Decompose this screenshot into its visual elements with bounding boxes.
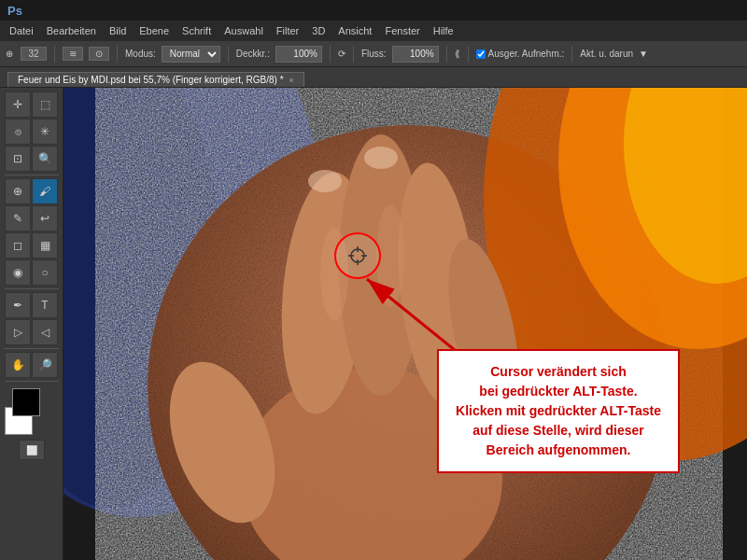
eraser-tool[interactable]: ◻: [5, 232, 31, 259]
brush-tool[interactable]: 🖌: [32, 178, 58, 204]
menu-ansicht[interactable]: Ansicht: [332, 23, 377, 38]
ausger-checkbox-label[interactable]: Ausger. Aufnehm.:: [476, 49, 565, 59]
svg-point-16: [364, 147, 398, 169]
mode-label: Modus:: [125, 49, 156, 59]
menu-datei[interactable]: Datei: [4, 23, 39, 38]
menu-auswahl[interactable]: Auswahl: [218, 23, 269, 38]
brush-icon: 🖌: [39, 185, 50, 198]
color-swatch-area: [5, 388, 59, 435]
eraser-icon: ◻: [13, 239, 22, 252]
blur-tool[interactable]: ◉: [5, 259, 31, 286]
heal-tool[interactable]: ⊕: [5, 178, 31, 204]
tool-sep-3: [5, 348, 59, 349]
opacity-label: Deckkr.:: [236, 49, 270, 59]
flow-input[interactable]: [392, 46, 439, 63]
direct-select-tool[interactable]: ◁: [32, 319, 58, 345]
gradient-tool[interactable]: ▦: [32, 232, 58, 259]
tab-close-button[interactable]: ×: [289, 76, 294, 85]
tool-row-4: ⊕ 🖌: [5, 178, 58, 204]
tool-row-3: ⊡ 🔍: [5, 146, 58, 172]
pen-tool[interactable]: ✒: [5, 292, 31, 318]
history-brush-tool[interactable]: ↩: [32, 205, 58, 231]
eyedropper-icon: 🔍: [38, 152, 52, 165]
menu-hilfe[interactable]: Hilfe: [428, 23, 459, 38]
hand-tool[interactable]: ✋: [5, 352, 31, 378]
heal-icon: ⊕: [13, 185, 22, 198]
akt-label: Akt. u. darun: [580, 49, 633, 59]
lasso-tool[interactable]: ⌾: [5, 119, 31, 145]
text-tool[interactable]: T: [32, 292, 58, 318]
tool-row-8: ✒ T: [5, 292, 58, 318]
tab-title: Feuer und Eis by MDI.psd bei 55,7% (Fing…: [18, 75, 284, 85]
crop-icon: ⊡: [13, 152, 22, 165]
canvas-area: Cursor verändert sich bei gedrückter ALT…: [63, 88, 747, 560]
direct-select-icon: ◁: [41, 326, 49, 339]
toolbox: ✛ ⬚ ⌾ ✳ ⊡ 🔍 ⊕: [0, 88, 63, 560]
move-icon: ✛: [13, 98, 22, 111]
menu-bild[interactable]: Bild: [104, 23, 132, 38]
svg-point-13: [320, 228, 348, 321]
lasso-icon: ⌾: [15, 125, 21, 138]
dodge-icon: ○: [41, 266, 48, 279]
tool-row-10: ✋ 🔎: [5, 352, 58, 378]
tool-row-1: ✛ ⬚: [5, 91, 58, 118]
svg-point-15: [308, 170, 342, 192]
marquee-tool[interactable]: ⬚: [32, 91, 58, 118]
ausger-checkbox[interactable]: [476, 49, 486, 59]
menu-filter[interactable]: Filter: [271, 23, 304, 38]
tool-sep-1: [5, 175, 59, 175]
zoom-icon: 🔎: [38, 358, 52, 371]
blur-icon: ◉: [13, 266, 22, 279]
clone-icon: ✎: [13, 212, 22, 225]
svg-point-14: [376, 204, 404, 307]
magic-wand-tool[interactable]: ✳: [32, 119, 58, 145]
titlebar: Ps: [0, 0, 747, 21]
menu-schrift[interactable]: Schrift: [176, 23, 217, 38]
options-bar: ⊕ 32 ≋ ⊙ Modus: Normal Deckkr.: ⟳ Fluss:…: [0, 41, 747, 67]
marquee-icon: ⬚: [40, 98, 50, 111]
path-select-icon: ▷: [14, 326, 22, 339]
tool-row-9: ▷ ◁: [5, 319, 58, 345]
zoom-tool[interactable]: 🔎: [32, 352, 58, 378]
move-tool[interactable]: ✛: [5, 91, 31, 118]
magic-wand-icon: ✳: [40, 125, 49, 138]
tool-sep-2: [5, 288, 59, 289]
menu-ebene[interactable]: Ebene: [134, 23, 175, 38]
flow-label: Fluss:: [361, 49, 387, 59]
mode-dropdown[interactable]: Normal: [162, 46, 220, 63]
dodge-tool[interactable]: ○: [32, 259, 58, 286]
tool-row-5: ✎ ↩: [5, 205, 58, 231]
document-tab[interactable]: Feuer und Eis by MDI.psd bei 55,7% (Fing…: [7, 72, 304, 87]
menu-3d[interactable]: 3D: [306, 23, 331, 38]
tool-row-7: ◉ ○: [5, 259, 58, 286]
quick-mask-button[interactable]: ⬜: [19, 440, 45, 460]
tab-bar: Feuer und Eis by MDI.psd bei 55,7% (Fing…: [0, 67, 747, 88]
menu-fenster[interactable]: Fenster: [379, 23, 425, 38]
tool-row-6: ◻ ▦: [5, 232, 58, 259]
foreground-color-swatch[interactable]: [12, 388, 40, 416]
eyedropper-tool[interactable]: 🔍: [32, 146, 58, 172]
history-brush-icon: ↩: [40, 212, 49, 225]
tool-sep-4: [5, 381, 59, 382]
gradient-icon: ▦: [40, 239, 50, 252]
quick-mask-icon: ⬜: [26, 445, 37, 455]
path-select-tool[interactable]: ▷: [5, 319, 31, 345]
hand-icon: ✋: [11, 358, 25, 371]
clone-tool[interactable]: ✎: [5, 205, 31, 231]
menu-bearbeiten[interactable]: Bearbeiten: [41, 23, 102, 38]
pen-icon: ✒: [13, 299, 22, 312]
opacity-input[interactable]: [275, 46, 322, 63]
workspace: ✛ ⬚ ⌾ ✳ ⊡ 🔍 ⊕: [0, 88, 747, 560]
text-icon: T: [41, 299, 48, 312]
tool-row-2: ⌾ ✳: [5, 119, 58, 145]
canvas-background: [63, 88, 747, 560]
menubar: Datei Bearbeiten Bild Ebene Schrift Ausw…: [0, 21, 747, 41]
crop-tool[interactable]: ⊡: [5, 146, 31, 172]
ps-logo: Ps: [7, 4, 22, 18]
